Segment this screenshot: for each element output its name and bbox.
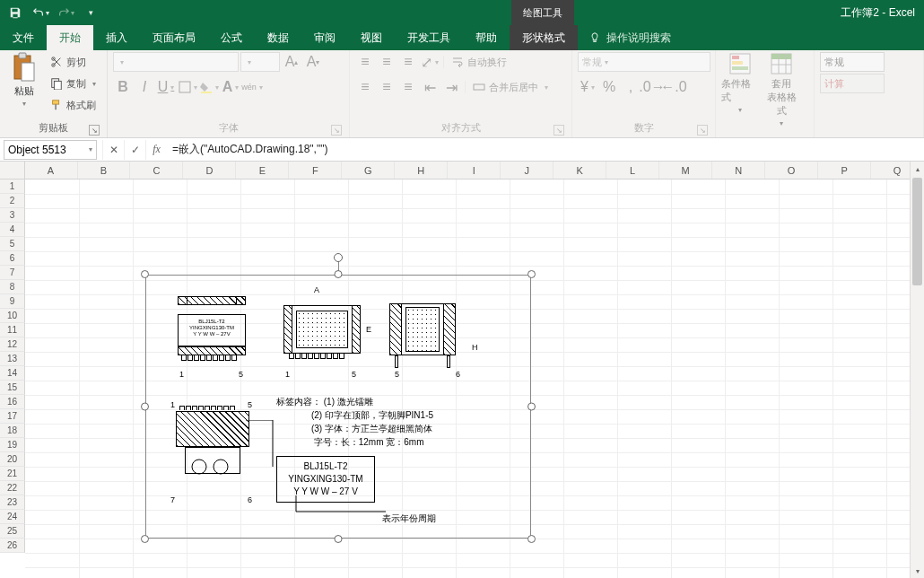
row-header-25[interactable]: 25 [0, 524, 25, 539]
align-launcher[interactable]: ↘ [554, 125, 564, 136]
number-format-combo[interactable]: 常规 [578, 52, 710, 72]
format-painter-button[interactable]: 格式刷 [47, 95, 100, 115]
col-header-D[interactable]: D [183, 162, 236, 179]
scroll-down-button[interactable]: ▾ [911, 564, 924, 578]
font-name-combo[interactable] [113, 52, 239, 72]
tab-review[interactable]: 审阅 [301, 25, 348, 50]
col-header-E[interactable]: E [236, 162, 289, 179]
col-header-C[interactable]: C [130, 162, 183, 179]
row-header-26[interactable]: 26 [0, 539, 25, 553]
tab-help[interactable]: 帮助 [463, 25, 510, 50]
row-header-13[interactable]: 13 [0, 352, 25, 366]
tab-home[interactable]: 开始 [47, 25, 93, 50]
italic-button[interactable]: I [135, 77, 154, 97]
row-header-5[interactable]: 5 [0, 237, 25, 251]
tab-insert[interactable]: 插入 [93, 25, 140, 50]
tab-formulas[interactable]: 公式 [208, 25, 255, 50]
align-bottom-button[interactable]: ≡ [398, 52, 418, 72]
row-header-22[interactable]: 22 [0, 481, 25, 495]
wrap-text-button[interactable]: 自动换行 [448, 52, 510, 72]
cancel-button[interactable]: ✕ [102, 140, 124, 160]
row-header-11[interactable]: 11 [0, 323, 25, 337]
cut-button[interactable]: 剪切 [47, 52, 100, 72]
row-header-24[interactable]: 24 [0, 510, 25, 524]
rotation-handle[interactable] [334, 253, 343, 262]
col-header-H[interactable]: H [395, 162, 448, 179]
name-box[interactable]: Object 5513▾ [4, 140, 97, 160]
phonetic-button[interactable]: wén [242, 77, 262, 97]
worksheet-grid[interactable]: ABCDEFGHIJKLMNOPQ 1234567891011121314151… [0, 162, 924, 578]
shrink-font-button[interactable]: A▾ [303, 52, 323, 72]
merge-center-button[interactable]: 合并后居中 [469, 77, 552, 97]
indent-decrease-button[interactable]: ⇤ [420, 77, 440, 97]
borders-button[interactable] [178, 77, 197, 97]
row-header-7[interactable]: 7 [0, 266, 25, 280]
number-launcher[interactable]: ↘ [697, 125, 708, 136]
tab-developer[interactable]: 开发工具 [395, 25, 463, 50]
row-header-15[interactable]: 15 [0, 381, 25, 395]
paste-button[interactable]: 粘贴 ▾ [5, 52, 43, 108]
row-header-12[interactable]: 12 [0, 337, 25, 352]
align-center-button[interactable]: ≡ [377, 77, 397, 97]
cell-style-calc[interactable]: 计算 [820, 74, 885, 93]
select-all-corner[interactable] [0, 162, 25, 179]
tab-page-layout[interactable]: 页面布局 [140, 25, 208, 50]
row-header-18[interactable]: 18 [0, 424, 25, 438]
row-header-3[interactable]: 3 [0, 208, 25, 223]
col-header-J[interactable]: J [501, 162, 554, 179]
tab-view[interactable]: 视图 [348, 25, 395, 50]
col-header-G[interactable]: G [342, 162, 395, 179]
vertical-scrollbar[interactable]: ▴ ▾ [910, 162, 924, 578]
col-header-O[interactable]: O [765, 162, 818, 179]
comma-button[interactable]: , [621, 77, 641, 97]
col-header-B[interactable]: B [78, 162, 131, 179]
row-header-16[interactable]: 16 [0, 395, 25, 409]
col-header-A[interactable]: A [25, 162, 78, 179]
enter-button[interactable]: ✓ [124, 140, 145, 160]
accounting-format-button[interactable]: ¥ [578, 77, 597, 97]
row-header-17[interactable]: 17 [0, 409, 25, 424]
col-header-N[interactable]: N [712, 162, 765, 179]
embedded-object[interactable]: BLJ15L-T2 YINGXING130-TM Y Y W W – 27V 1… [145, 275, 531, 539]
col-header-K[interactable]: K [554, 162, 606, 179]
resize-handle-s[interactable] [335, 535, 343, 543]
row-header-21[interactable]: 21 [0, 467, 25, 481]
col-header-L[interactable]: L [606, 162, 659, 179]
col-header-P[interactable]: P [818, 162, 871, 179]
row-header-9[interactable]: 9 [0, 294, 25, 309]
row-header-8[interactable]: 8 [0, 280, 25, 294]
undo-button[interactable]: ▾ [29, 2, 52, 23]
align-left-button[interactable]: ≡ [355, 77, 375, 97]
grow-font-button[interactable]: A▴ [282, 52, 301, 72]
tab-data[interactable]: 数据 [255, 25, 301, 50]
row-header-2[interactable]: 2 [0, 194, 25, 208]
resize-handle-nw[interactable] [141, 270, 149, 278]
row-header-19[interactable]: 19 [0, 438, 25, 452]
row-header-4[interactable]: 4 [0, 223, 25, 237]
col-header-F[interactable]: F [289, 162, 342, 179]
align-middle-button[interactable]: ≡ [377, 52, 397, 72]
tell-me[interactable]: 操作说明搜索 [578, 25, 682, 50]
resize-handle-n[interactable] [335, 270, 343, 278]
resize-handle-w[interactable] [141, 403, 149, 411]
bold-button[interactable]: B [113, 77, 133, 97]
resize-handle-ne[interactable] [527, 270, 536, 278]
decrease-decimal-button[interactable]: ←.0 [664, 77, 684, 97]
font-launcher[interactable]: ↘ [331, 125, 342, 136]
row-header-6[interactable]: 6 [0, 251, 25, 266]
orientation-button[interactable]: ⤢ [420, 52, 440, 72]
col-header-I[interactable]: I [448, 162, 501, 179]
font-color-button[interactable]: A [221, 77, 240, 97]
conditional-format-button[interactable]: 条件格式▾ [721, 52, 759, 114]
underline-button[interactable]: U [156, 77, 176, 97]
copy-button[interactable]: 复制 [47, 74, 100, 93]
qat-customize[interactable]: ▾ [79, 2, 102, 23]
formula-input[interactable]: =嵌入("AutoCAD.Drawing.18","") [167, 142, 924, 157]
insert-function-button[interactable]: fx [145, 140, 167, 160]
tab-file[interactable]: 文件 [0, 25, 47, 50]
tab-shape-format[interactable]: 形状格式 [510, 25, 578, 50]
row-header-10[interactable]: 10 [0, 309, 25, 323]
row-header-14[interactable]: 14 [0, 366, 25, 381]
col-header-M[interactable]: M [659, 162, 712, 179]
format-as-table-button[interactable]: 套用 表格格式▾ [763, 52, 800, 127]
